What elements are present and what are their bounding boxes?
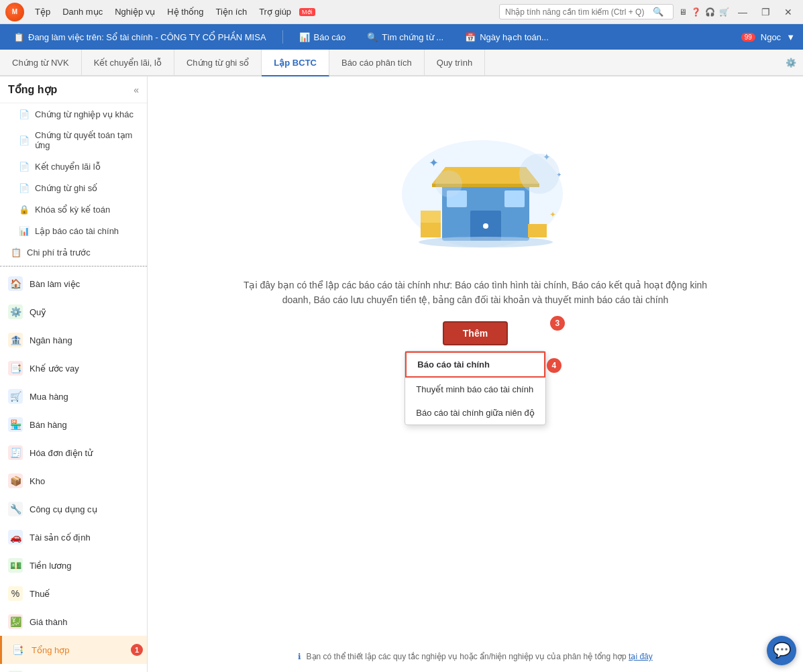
doc4-icon: 📄 <box>19 182 30 193</box>
tab-quy-trinh[interactable]: Quy trình <box>425 50 485 75</box>
menu-tien-ich[interactable]: Tiện ích <box>211 4 253 19</box>
sidebar-collapse-button[interactable]: « <box>133 85 139 95</box>
svg-point-8 <box>419 237 553 247</box>
sidebar-item-hop-dong[interactable]: 📜 Hợp đồng <box>0 664 147 672</box>
tien-luong-icon: 💵 <box>8 558 23 573</box>
chat-icon[interactable]: 💬 <box>767 636 796 665</box>
menu-bar: Tệp Danh mục Nghiệp vụ Hệ thống Tiện ích… <box>30 4 494 19</box>
tai-san-icon: 🚗 <box>8 530 23 545</box>
tab-bar-settings[interactable]: ⚙️ <box>786 50 803 75</box>
sidebar-sub-quyet-toan[interactable]: 📄 Chứng từ quyết toán tạm ứng <box>0 125 147 156</box>
dropdown-item-giua-nien-do[interactable]: Báo cáo tài chính giữa niên độ <box>405 401 545 425</box>
ban-lam-viec-icon: 🏠 <box>8 276 23 291</box>
sidebar-sub-khoa-so[interactable]: 🔒 Khóa sổ kỳ kế toán <box>0 199 147 220</box>
add-button[interactable]: Thêm <box>443 321 508 345</box>
quy-icon: ⚙️ <box>8 304 23 319</box>
notification-badge[interactable]: 99 <box>741 33 755 42</box>
sidebar-item-tien-luong[interactable]: 💵 Tiền lương <box>0 551 147 579</box>
menu-tep[interactable]: Tệp <box>30 4 56 19</box>
app-logo: M <box>5 3 24 21</box>
tab-bao-cao-phan-tich[interactable]: Báo cáo phân tích <box>329 50 425 75</box>
menu-danh-muc[interactable]: Danh mục <box>57 4 108 19</box>
toolbar-separator-1 <box>282 30 283 44</box>
working-label: Đang làm việc trên: Sổ tài chính - CÔNG … <box>28 32 266 42</box>
footer-info: ℹ Bạn có thể thiết lập các quy tắc nghiệ… <box>148 652 803 661</box>
tab-bar: Chứng từ NVK Kết chuyển lãi, lỗ Chứng từ… <box>0 50 803 76</box>
svg-text:✦: ✦ <box>429 156 439 170</box>
help-icon[interactable]: ❓ <box>691 7 701 17</box>
kho-icon: 📦 <box>8 473 23 488</box>
sidebar-sub-chung-tu-nvk[interactable]: 📄 Chứng từ nghiệp vụ khác <box>0 103 147 125</box>
sidebar-item-tai-san[interactable]: 🚗 Tài sản cố định <box>0 523 147 551</box>
ban-hang-icon: 🏪 <box>8 417 23 432</box>
chat-bubble-icon: 💬 <box>773 642 791 659</box>
tab-lap-bctc[interactable]: Lập BCTC <box>262 50 329 76</box>
menu-he-thong[interactable]: Hệ thống <box>162 4 209 19</box>
svg-point-16 <box>519 154 559 194</box>
sidebar-item-thue[interactable]: % Thuế <box>0 579 147 608</box>
sidebar-item-cong-cu[interactable]: 🔧 Công cụ dụng cụ <box>0 495 147 523</box>
sidebar-item-khe-uoc-vay[interactable]: 📑 Khế ước vay <box>0 354 147 382</box>
sidebar-sub-lap-bctc[interactable]: 📊 Lập báo cáo tài chính <box>0 220 147 241</box>
dropdown-item-bao-cao-tai-chinh[interactable]: Báo cáo tài chính 4 <box>405 351 545 378</box>
sidebar: Tổng hợp « 📄 Chứng từ nghiệp vụ khác 📄 C… <box>0 76 148 672</box>
mua-hang-icon: 🛒 <box>8 389 23 404</box>
minimize-button[interactable]: — <box>733 3 752 21</box>
search-icon: 🔍 <box>653 7 663 17</box>
close-button[interactable]: ✕ <box>779 3 798 21</box>
sidebar-item-tong-hop[interactable]: 📑 Tổng hợp 1 <box>0 636 147 664</box>
toolbar-working: 📋 Đang làm việc trên: Sổ tài chính - CÔN… <box>8 30 272 45</box>
description-text: Tại đây bạn có thể lập các báo cáo tài c… <box>241 278 710 308</box>
sidebar-item-ban-lam-viec[interactable]: 🏠 Bàn làm việc <box>0 270 147 298</box>
step-badge-4: 4 <box>547 358 561 373</box>
sidebar-sub-chung-tu-ghi[interactable]: 📄 Chứng từ ghi số <box>0 177 147 199</box>
lock-icon: 🔒 <box>19 204 30 215</box>
chart-icon: 📊 <box>19 225 30 236</box>
working-icon: 📋 <box>13 32 24 42</box>
dropdown-item-thuyet-minh[interactable]: Thuyết minh báo cáo tài chính <box>405 378 545 401</box>
sidebar-item-ngan-hang[interactable]: 🏦 Ngân hàng <box>0 326 147 354</box>
hoa-don-icon: 🧾 <box>8 445 23 460</box>
user-chevron-icon[interactable]: ▼ <box>786 32 795 42</box>
user-label[interactable]: Ngoc <box>761 32 781 42</box>
sidebar-item-gia-thanh[interactable]: 💹 Giá thành <box>0 608 147 636</box>
search-bar[interactable]: 🔍 <box>499 4 674 19</box>
ngan-hang-icon: 🏦 <box>8 333 23 347</box>
search-input[interactable] <box>505 7 653 17</box>
settings-icon[interactable]: ⚙️ <box>786 58 796 68</box>
doc2-icon: 📄 <box>19 135 30 146</box>
toolbar-find[interactable]: 🔍 Tìm chứng từ ... <box>362 30 449 45</box>
sidebar-item-hoa-don[interactable]: 🧾 Hóa đơn điện tử <box>0 439 147 467</box>
sidebar-sub-ket-chuyen[interactable]: 📄 Kết chuyển lãi lỗ <box>0 156 147 177</box>
sidebar-sub-chi-phi-tra-truoc[interactable]: 📋 Chi phí trả trước <box>0 241 147 263</box>
sidebar-header: Tổng hợp « <box>0 76 147 103</box>
tab-ket-chuyen-lai-lo[interactable]: Kết chuyển lãi, lỗ <box>82 50 174 75</box>
sidebar-item-ban-hang[interactable]: 🏪 Bán hàng <box>0 410 147 439</box>
cart-icon[interactable]: 🛒 <box>719 7 729 17</box>
sidebar-item-kho[interactable]: 📦 Kho <box>0 467 147 495</box>
cong-cu-icon: 🔧 <box>8 502 23 516</box>
window-controls: 🖥 ❓ 🎧 🛒 — ❐ ✕ <box>679 3 798 21</box>
calendar-icon: 📅 <box>465 32 476 42</box>
svg-point-5 <box>483 223 488 229</box>
tong-hop-icon: 📑 <box>10 642 25 657</box>
dropdown-menu: Báo cáo tài chính 4 Thuyết minh báo cáo … <box>405 351 545 425</box>
headset-icon[interactable]: 🎧 <box>705 7 715 17</box>
menu-tro-giup[interactable]: Trợ giúp <box>254 4 297 19</box>
content-area: ✦ ✦ ✦ ✦ Tại đây bạn có thể lập các báo c… <box>148 76 803 672</box>
sidebar-item-mua-hang[interactable]: 🛒 Mua hàng <box>0 382 147 410</box>
toolbar-right: 99 Ngoc ▼ <box>741 32 795 42</box>
illustration: ✦ ✦ ✦ ✦ <box>362 103 590 264</box>
step-badge-3: 3 <box>550 316 565 331</box>
sidebar-item-quy[interactable]: ⚙️ Quỹ <box>0 298 147 326</box>
toolbar-report[interactable]: 📊 Báo cáo <box>294 30 352 45</box>
toolbar: 📋 Đang làm việc trên: Sổ tài chính - CÔN… <box>0 24 803 50</box>
tab-chung-tu-nvk[interactable]: Chứng từ NVK <box>0 50 82 75</box>
menu-nghiep-vu[interactable]: Nghiệp vụ <box>109 4 160 19</box>
tab-chung-tu-ghi-so[interactable]: Chứng từ ghi sổ <box>174 50 262 75</box>
find-icon: 🔍 <box>367 32 378 42</box>
restore-button[interactable]: ❐ <box>756 3 775 21</box>
report-icon: 📊 <box>299 32 310 42</box>
footer-link[interactable]: tại đây <box>629 652 653 661</box>
toolbar-date[interactable]: 📅 Ngày hạch toán... <box>460 30 554 45</box>
